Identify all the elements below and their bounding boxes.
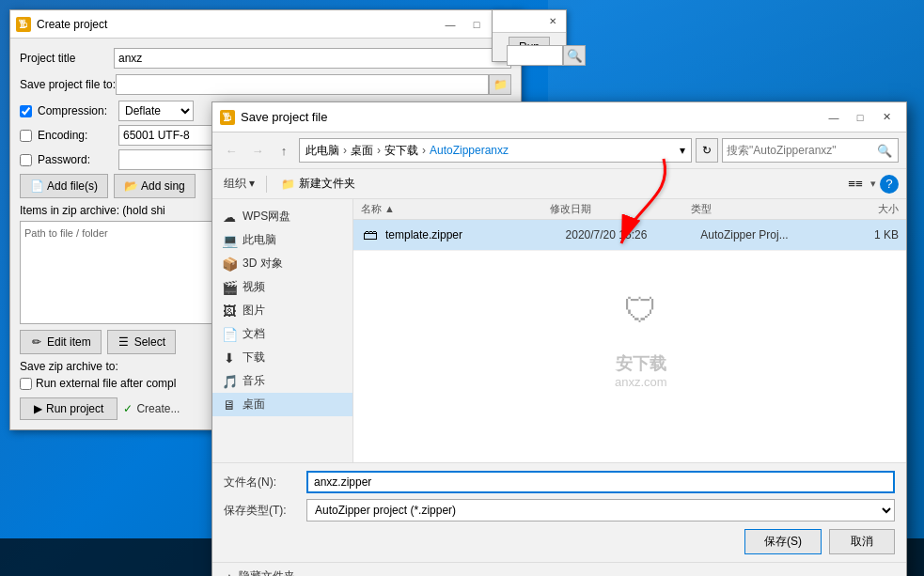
sidebar-item-video[interactable]: 🎬 视频 [212,275,352,299]
download-icon: ⬇ [222,350,237,366]
save-dialog-controls: — □ ✕ [822,108,899,127]
sidebar-item-pc[interactable]: 💻 此电脑 [212,228,352,252]
run-external-checkbox[interactable] [20,378,32,390]
search-button-small[interactable]: 🔍 [563,45,586,66]
save-file-label: Save project file to: [20,78,116,91]
filetype-label: 保存类型(T): [224,503,299,519]
breadcrumb-desktop[interactable]: 桌面 [351,143,373,159]
add-single-button[interactable]: 📂 Add sing [114,174,196,198]
compression-checkbox[interactable] [20,105,32,117]
music-icon: 🎵 [222,374,237,389]
select-button[interactable]: ☰ Select [107,330,176,354]
edit-item-label: Edit item [47,335,91,349]
sidebar-item-music[interactable]: 🎵 音乐 [212,369,352,393]
dialog-file-area: 名称 ▲ 修改日期 类型 大小 🗃 template.zipper 2020/7… [353,199,906,462]
sidebar-label-picture: 图片 [243,303,265,319]
browse-folder-button[interactable]: 📁 [489,74,511,95]
project-title-input[interactable] [114,48,511,69]
sidebar-item-desktop[interactable]: 🖥 桌面 [212,393,352,416]
hide-folder-row[interactable]: ▲ 隐藏文件夹 [212,562,906,576]
title-left: 🗜 Create project [16,17,107,32]
run-external-label: Run external file after compl [36,377,176,390]
sidebar-label-download: 下载 [243,350,265,366]
col-header-name[interactable]: 名称 ▲ [361,202,550,216]
sidebar-item-3d[interactable]: 📦 3D 对象 [212,252,352,275]
create-project-icon: 🗜 [16,17,31,32]
search-dialog-icon: 🔍 [871,144,898,158]
nav-forward-button[interactable]: → [246,139,269,162]
compression-select[interactable]: Deflate Store [118,101,194,121]
save-button[interactable]: 保存(S) [744,529,822,554]
sidebar-label-video: 视频 [243,279,265,295]
save-dialog-icon: 🗜 [220,110,235,125]
filetype-select[interactable]: AutoZipper project (*.zipper) [306,499,895,522]
sidebar-item-picture[interactable]: 🖼 图片 [212,299,352,322]
save-dialog-maximize[interactable]: □ [848,108,872,127]
minimize-button[interactable]: — [438,15,462,34]
password-checkbox[interactable] [20,154,32,166]
breadcrumb-autozipper[interactable]: AutoZipperanxz [430,144,509,157]
select-icon: ☰ [117,335,131,349]
save-dialog-minimize[interactable]: — [822,108,846,127]
help-button[interactable]: ? [880,175,899,194]
watermark-logo: 🛡 [603,273,679,349]
filename-input[interactable] [306,471,895,493]
nav-back-button[interactable]: ← [220,139,243,162]
nav-up-button[interactable]: ↑ [273,139,295,162]
save-file-row: Save project file to: 📁 [20,74,511,95]
sidebar-label-pc: 此电脑 [243,232,276,248]
doc-icon: 📄 [222,327,237,342]
col-header-date[interactable]: 修改日期 [550,202,692,216]
filename-row: 文件名(N): [224,471,895,493]
filename-label: 文件名(N): [224,475,299,490]
dialog-bottom: 文件名(N): 保存类型(T): AutoZipper project (*.z… [212,462,906,562]
file-name-template: template.zipper [385,228,566,241]
save-dialog-close[interactable]: ✕ [874,108,899,127]
save-file-input[interactable] [116,74,489,95]
search-bar-area: 🔍 [507,45,586,66]
desktop-icon: 🖥 [222,397,237,413]
col-header-type[interactable]: 类型 [691,202,833,216]
breadcrumb-anxz[interactable]: 安下载 [384,143,418,159]
search-dialog-input[interactable] [723,144,871,157]
sidebar-item-download[interactable]: ⬇ 下载 [212,346,352,369]
password-label: Password: [38,153,113,166]
save-dialog: 🗜 Save project file — □ ✕ ← → ↑ 此电脑 › 桌面… [211,101,907,576]
toolbar-sep-1 [266,176,267,193]
dialog-main: ☁ WPS网盘 💻 此电脑 📦 3D 对象 🎬 视频 🖼 图片 [212,199,906,462]
project-title-label: Project title [20,52,114,65]
save-dialog-titlebar: 🗜 Save project file — □ ✕ [212,102,906,132]
maximize-button[interactable]: □ [464,15,489,34]
sidebar-label-music: 音乐 [243,373,265,389]
toolbar-view: ≡≡ ▾ ? [844,174,899,195]
file-item-template[interactable]: 🗃 template.zipper 2020/7/20 15:26 AutoZi… [353,220,906,251]
file-list-header: 名称 ▲ 修改日期 类型 大小 [353,199,906,220]
add-files-button[interactable]: 📄 Add file(s) [20,174,108,198]
sidebar-item-wps[interactable]: ☁ WPS网盘 [212,205,352,228]
sidebar-item-doc[interactable]: 📄 文档 [212,322,352,346]
cancel-button[interactable]: 取消 [829,529,895,554]
edit-item-button[interactable]: ✏ Edit item [20,330,102,354]
save-dialog-nav: ← → ↑ 此电脑 › 桌面 › 安下载 › AutoZipperanxz ▾ … [212,132,906,169]
dialog-toolbar: 组织 ▾ 📁 新建文件夹 ≡≡ ▾ ? [212,169,906,199]
file-size-template: 1 KB [836,228,899,241]
col-header-size[interactable]: 大小 [833,202,899,216]
new-folder-button[interactable]: 📁 新建文件夹 [274,173,362,195]
chevron-up-icon: ▲ [224,570,235,577]
refresh-button[interactable]: ↻ [696,138,718,163]
run-mini-close[interactable]: ✕ [543,14,562,29]
add-files-label: Add file(s) [47,179,98,193]
watermark: 🛡 安下载 anxz.com [603,273,679,389]
search-input-small[interactable] [507,45,563,66]
file-icon-template: 🗃 [361,226,380,244]
encoding-checkbox[interactable] [20,130,32,142]
sidebar-label-doc: 文档 [243,326,265,342]
create-status-label: Create... [136,402,180,415]
watermark-text: 安下载 [603,352,679,375]
run-project-button[interactable]: ▶ Run project [20,397,117,420]
watermark-domain: anxz.com [603,375,679,389]
view-toggle-button[interactable]: ≡≡ [844,174,867,195]
new-folder-icon: 📁 [281,178,295,191]
organize-button[interactable]: 组织 ▾ [220,174,258,194]
breadcrumb-pc[interactable]: 此电脑 [305,143,339,159]
